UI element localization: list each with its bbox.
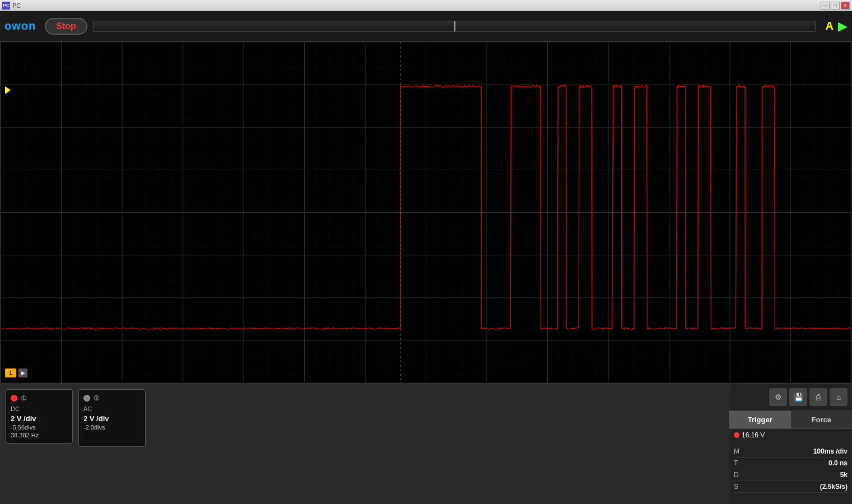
ch2-volt-div: 2 V /div: [83, 414, 141, 423]
toolbar: owon Stop A ▶: [0, 11, 852, 41]
ch1-freq: 38.382 Hz: [11, 432, 68, 438]
ch1-offset: -5.56divs: [11, 424, 68, 431]
maximize-button[interactable]: □: [831, 2, 840, 10]
ch1-coupling: DC: [11, 405, 68, 412]
app-icon: PC: [2, 2, 10, 10]
meas-M-label: M: [734, 447, 739, 455]
trigger-indicator[interactable]: [5, 86, 11, 94]
meas-T-label: T: [734, 459, 738, 467]
meas-row-S: S (2.5kS/s): [734, 481, 848, 493]
meas-D-label: D: [734, 471, 739, 479]
save-icon: 💾: [794, 393, 803, 402]
force-button[interactable]: Force: [791, 411, 853, 428]
minimize-button[interactable]: —: [821, 2, 830, 10]
title-bar: PC PC — □ ✕: [0, 0, 852, 11]
stop-button[interactable]: Stop: [45, 18, 87, 35]
trigger-ch-indicator: [734, 432, 739, 438]
settings-icon: ⚙: [775, 393, 782, 402]
ch2-coupling: AC: [83, 405, 141, 412]
waveform-svg: [1, 42, 851, 383]
title-bar-controls[interactable]: — □ ✕: [821, 2, 850, 10]
meas-row-D: D 5k: [734, 469, 848, 481]
scope-display[interactable]: 1 ▶: [0, 41, 852, 384]
screenshot-icon-btn[interactable]: ⎙: [809, 388, 827, 406]
ch2-dot: [83, 395, 90, 402]
meas-row-M: M 100ms /div: [734, 446, 848, 458]
title-bar-text: PC: [12, 2, 21, 9]
trigger-force-row: Trigger Force: [729, 411, 852, 429]
ch1-info-box: ① DC 2 V /div -5.56divs 38.382 Hz: [6, 389, 73, 444]
settings-icon-btn[interactable]: ⚙: [769, 388, 787, 406]
bottom-area: ① DC 2 V /div -5.56divs 38.382 Hz ② AC 2…: [0, 384, 852, 504]
icon-toolbar: ⚙ 💾 ⎙ ⌂: [729, 384, 852, 411]
ch1-trigger-label: 16.16 V: [729, 429, 852, 441]
trigger-button[interactable]: Trigger: [729, 411, 791, 428]
home-icon-btn[interactable]: ⌂: [830, 388, 848, 406]
title-bar-left: PC PC: [2, 2, 21, 10]
ch2-offset: -2.0divs: [83, 424, 141, 431]
main-window: owon Stop A ▶ 1 ▶ ① DC 2 V: [0, 11, 852, 504]
ch1-volt-div: 2 V /div: [11, 414, 68, 423]
ch1-number: ①: [21, 394, 27, 402]
ch2-info-box: ② AC 2 V /div -2.0divs ?: [78, 389, 146, 447]
meas-S-label: S: [734, 483, 738, 491]
meas-T-value: 0.0 ns: [828, 459, 848, 467]
meas-D-value: 5k: [840, 471, 848, 479]
ch1-marker[interactable]: 1: [5, 368, 16, 377]
ch2-number: ②: [94, 394, 100, 402]
timeline-bar[interactable]: [93, 21, 816, 32]
trigger-level-value: 16.16 V: [742, 431, 765, 439]
ch2-header: ②: [83, 394, 141, 402]
save-icon-btn[interactable]: 💾: [789, 388, 807, 406]
ch-nav-right[interactable]: ▶: [18, 368, 27, 377]
owon-logo: owon: [4, 20, 36, 32]
ch-a-label[interactable]: A: [826, 20, 834, 32]
toolbar-right: A ▶: [826, 19, 848, 34]
screenshot-icon: ⎙: [816, 393, 821, 402]
meas-row-T: T 0.0 ns: [734, 458, 848, 469]
measurements-panel: M 100ms /div T 0.0 ns D 5k S (2.5kS/s): [729, 441, 852, 504]
timeline-cursor: [454, 21, 455, 31]
meas-S-value: (2.5kS/s): [820, 483, 848, 491]
home-icon: ⌂: [836, 393, 841, 402]
close-button[interactable]: ✕: [841, 2, 850, 10]
right-panel: ⚙ 💾 ⎙ ⌂ Trigger Force 16.16 V: [729, 384, 852, 504]
trigger-arrow-icon[interactable]: [5, 86, 11, 94]
run-icon[interactable]: ▶: [838, 19, 848, 34]
meas-M-value: 100ms /div: [813, 447, 848, 455]
ch1-dot: [11, 395, 17, 402]
ch2-extra: ?: [83, 432, 141, 442]
ch1-header: ①: [11, 394, 68, 402]
